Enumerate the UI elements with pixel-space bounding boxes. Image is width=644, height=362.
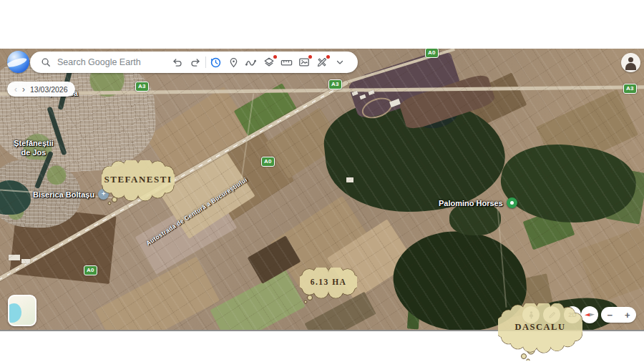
road-badge-a3: A3 [623, 84, 637, 94]
redo-icon[interactable] [187, 54, 203, 70]
poi-horses-label: Palomino Horses [439, 199, 503, 207]
avatar-person-icon [628, 57, 633, 62]
user-avatar[interactable] [621, 53, 640, 72]
road-badge-a3: A3 [328, 79, 342, 89]
horse-poi-icon[interactable] [507, 197, 517, 208]
main-toolbar: Search Google Earth [30, 52, 358, 73]
cloud-text: STEFANESTI [102, 160, 175, 199]
compass-needle-icon [582, 307, 597, 323]
time-navigation-pill: ‹ › 13/03/2026 [7, 82, 75, 97]
poi-biserica-boltasu[interactable]: Biserica Boltașu + [33, 189, 109, 200]
road-badge-a0: A0 [425, 49, 439, 58]
measure-icon[interactable] [279, 54, 295, 70]
notification-dot [273, 55, 277, 59]
road-badge-a0: A0 [84, 265, 97, 275]
search-input[interactable]: Search Google Earth [57, 57, 141, 67]
search-icon [41, 57, 51, 67]
annotation-cloud-dascalu[interactable]: DASCALU [498, 303, 582, 361]
annotation-cloud-area[interactable]: 6.13 HA [300, 268, 357, 305]
town-label-stefanestii-de-jos: Ștefăneștii de Jos [9, 139, 59, 157]
cloud-text: 6.13 HA [300, 268, 357, 296]
terrain-texture [210, 270, 305, 331]
page-canvas: { "toolbar": { "search_placeholder": "Se… [0, 0, 644, 362]
layers-icon[interactable] [261, 54, 277, 70]
undo-icon[interactable] [170, 54, 185, 70]
road-badge-a0: A0 [261, 157, 275, 167]
cloud-text: DASCALU [498, 303, 582, 351]
notification-dot [326, 55, 330, 59]
prev-date-button[interactable]: ‹ [14, 85, 17, 94]
zoom-in-button[interactable]: + [625, 310, 630, 320]
overview-minimap[interactable] [8, 295, 36, 326]
imagery-date: 13/03/2026 [30, 85, 68, 94]
photos-icon[interactable] [296, 54, 312, 70]
terrain-texture [21, 259, 30, 263]
terrain-texture [9, 255, 20, 260]
historical-imagery-icon[interactable] [208, 54, 223, 70]
next-date-button[interactable]: › [22, 85, 25, 94]
google-earth-logo[interactable] [7, 51, 29, 73]
notification-dot [308, 55, 312, 59]
toolbar-divider [205, 57, 206, 68]
terrain-texture [577, 225, 644, 303]
search-box[interactable]: Search Google Earth [30, 57, 161, 67]
draw-path-icon[interactable] [243, 54, 259, 70]
chevron-down-icon[interactable] [332, 54, 348, 70]
poi-church-label: Biserica Boltașu [33, 190, 94, 199]
road-badge-a3: A3 [135, 82, 149, 92]
poi-palomino-horses[interactable]: Palomino Horses [439, 197, 517, 208]
zoom-out-button[interactable]: − [607, 310, 613, 320]
terrain-texture [346, 177, 353, 182]
add-placemark-icon[interactable] [225, 54, 241, 70]
annotation-cloud-stefanesti[interactable]: STEFANESTI [102, 160, 175, 206]
compass-button[interactable] [581, 306, 598, 323]
zoom-control: − + [601, 307, 636, 323]
drawing-tools-icon[interactable] [314, 54, 330, 70]
